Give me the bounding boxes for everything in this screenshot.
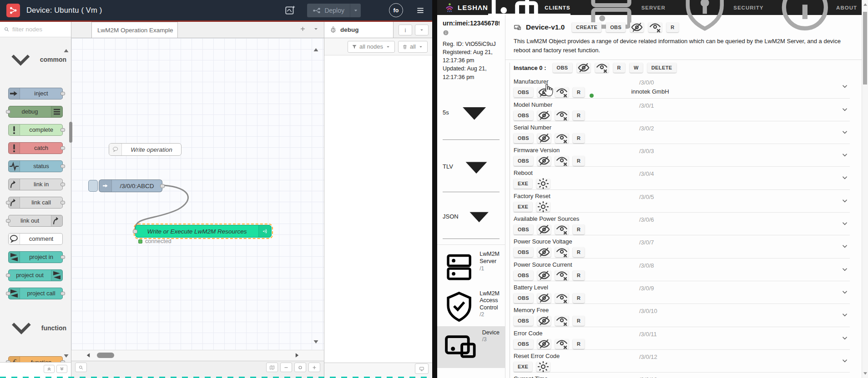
button-r[interactable]: R (666, 22, 678, 32)
expand-resource-button[interactable] (841, 128, 849, 136)
button-exe[interactable]: EXE (514, 362, 532, 372)
comment-node[interactable]: Write operation (109, 143, 182, 156)
sidebar-info-button[interactable]: i (399, 25, 412, 35)
button-obs[interactable]: OBS (514, 110, 533, 120)
page-scrollbar[interactable] (862, 0, 868, 378)
obs-x-button[interactable] (555, 110, 569, 120)
collapse-all-button[interactable] (44, 365, 55, 373)
palette-filter-input[interactable] (12, 26, 62, 33)
horizontal-scroll-thumb[interactable] (97, 353, 114, 358)
expand-resource-button[interactable] (841, 334, 849, 342)
canvas-scroll-down-icon[interactable] (313, 338, 319, 345)
canvas-horizontal-scrollbar[interactable] (71, 350, 324, 361)
zoom-reset-button[interactable] (294, 363, 306, 372)
button-exe[interactable]: EXE (514, 179, 532, 189)
button-r[interactable]: R (573, 156, 585, 166)
flow-tab[interactable]: LwM2M Operation Example (91, 22, 178, 38)
eye-off-button[interactable] (537, 293, 551, 303)
eye-off-button[interactable] (537, 110, 551, 120)
palette-scrollbar-thumb[interactable] (69, 122, 72, 143)
button-r[interactable]: R (573, 110, 585, 120)
flow-list-icon[interactable] (313, 25, 319, 32)
palette-node-debug[interactable]: debug (8, 106, 63, 118)
palette-node-status[interactable]: status (8, 160, 63, 172)
expand-resource-button[interactable] (841, 242, 849, 250)
button-obs[interactable]: OBS (514, 224, 533, 234)
inject-node[interactable]: /3/0/0:ABCD (99, 179, 162, 192)
obs-x-button[interactable] (555, 270, 569, 280)
button-obs[interactable]: OBS (514, 133, 533, 143)
button-r[interactable]: R (613, 63, 625, 73)
gear-button[interactable] (536, 362, 550, 372)
navigator-button[interactable] (266, 363, 278, 372)
deploy-button[interactable]: Deploy (307, 4, 361, 17)
button-create[interactable]: CREATE (572, 22, 601, 32)
gear-button[interactable] (536, 179, 550, 189)
button-obs[interactable]: OBS (514, 247, 533, 257)
obs-x-button[interactable] (555, 247, 569, 257)
button-r[interactable]: R (573, 339, 585, 349)
expand-resource-button[interactable] (841, 105, 849, 114)
palette-node-comment[interactable]: comment (8, 233, 63, 245)
button-obs[interactable]: OBS (514, 156, 533, 166)
obs-x-button[interactable] (555, 316, 569, 326)
palette-category-function[interactable]: function (0, 308, 71, 348)
eye-off-button[interactable] (537, 87, 551, 97)
obs-x-button[interactable] (595, 63, 609, 73)
button-obs[interactable]: OBS (514, 339, 533, 349)
button-w[interactable]: W (630, 63, 643, 73)
button-r[interactable]: R (573, 87, 585, 97)
expand-resource-button[interactable] (841, 265, 849, 274)
button-obs[interactable]: OBS (514, 87, 533, 97)
expand-resource-button[interactable] (841, 197, 849, 205)
obs-x-button[interactable] (555, 293, 569, 303)
single-value-format-select[interactable]: TLV (443, 142, 500, 192)
button-r[interactable]: R (573, 316, 585, 326)
debug-filter-button[interactable]: all nodes (348, 41, 395, 53)
obs-x-button[interactable] (648, 22, 662, 32)
eye-off-button[interactable] (630, 22, 644, 32)
eye-off-button[interactable] (537, 224, 551, 234)
output-port[interactable] (160, 184, 165, 188)
palette-node-function[interactable]: ffunction (8, 356, 63, 362)
palette-node-link-call[interactable]: link call (8, 197, 63, 209)
button-r[interactable]: R (573, 293, 585, 303)
obs-x-button[interactable] (555, 339, 569, 349)
timeout-select[interactable]: 5s (443, 86, 500, 140)
button-r[interactable]: R (573, 133, 585, 143)
eye-off-button[interactable] (537, 156, 551, 166)
eye-off-button[interactable] (537, 316, 551, 326)
expand-resource-button[interactable] (841, 174, 849, 182)
button-obs[interactable]: OBS (553, 63, 572, 73)
user-avatar[interactable]: fo (389, 3, 403, 17)
deploy-options-button[interactable] (350, 4, 361, 17)
scroll-up-icon[interactable] (863, 2, 868, 7)
scroll-right-icon[interactable] (294, 352, 300, 358)
gear-button[interactable] (536, 202, 550, 212)
button-obs[interactable]: OBS (514, 270, 533, 280)
zoom-out-button[interactable] (280, 363, 292, 372)
palette-node-project-in[interactable]: project in (8, 251, 63, 263)
obs-x-button[interactable] (555, 156, 569, 166)
palette-search[interactable] (0, 22, 71, 37)
palette-node-inject[interactable]: inject (8, 88, 63, 99)
object-item-lwm2m-server[interactable]: LwM2M Server/1 (437, 248, 505, 287)
multi-value-format-select[interactable]: JSON (443, 194, 500, 239)
canvas-search-button[interactable] (75, 363, 87, 372)
input-port[interactable] (133, 229, 137, 234)
scroll-left-icon[interactable] (85, 352, 91, 358)
add-flow-icon[interactable] (299, 25, 306, 32)
eye-off-button[interactable] (537, 133, 551, 143)
nav-item-about[interactable]: ABOUT (777, 0, 857, 15)
expand-resource-button[interactable] (841, 288, 849, 296)
eye-off-button[interactable] (537, 270, 551, 280)
object-item-device[interactable]: Device/3 (437, 326, 505, 368)
button-obs[interactable]: OBS (606, 22, 626, 32)
palette-scroll-down-icon[interactable] (63, 353, 70, 359)
scroll-down-icon[interactable] (863, 371, 868, 376)
expand-resource-button[interactable] (841, 357, 849, 365)
flow-canvas[interactable]: Write operation /3/0/0:ABCD Write or Exe… (71, 38, 324, 350)
expand-all-button[interactable] (56, 365, 67, 373)
object-item-lwm2m-access-control[interactable]: LwM2M Access Control/2 (437, 287, 505, 326)
palette-node-project-call[interactable]: project call (8, 288, 63, 299)
